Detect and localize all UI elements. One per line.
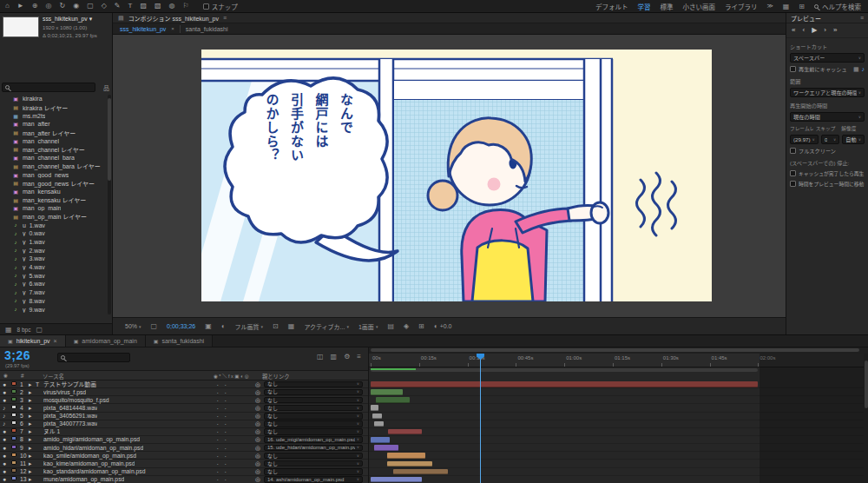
layer-color-chip[interactable] xyxy=(11,381,16,386)
layer-expand-arrow[interactable]: ▸ xyxy=(29,389,31,396)
layer-duration-bar[interactable] xyxy=(393,469,448,475)
shortcut-dropdown[interactable]: スペースバー∨ xyxy=(790,53,865,63)
region-of-interest-icon[interactable]: ⊡ xyxy=(273,322,279,330)
audio-icon[interactable]: ♪ xyxy=(3,413,5,420)
layer-expand-arrow[interactable]: ▸ xyxy=(29,397,31,404)
workspace-overflow-chevron[interactable]: ≫ xyxy=(766,3,773,10)
footage-icon[interactable]: ▦ xyxy=(5,326,12,334)
resolution-dropdown[interactable]: フル画質▾ xyxy=(235,322,264,331)
layer-color-chip[interactable] xyxy=(11,428,16,433)
project-item[interactable]: ▤man_channel レイヤー xyxy=(0,145,108,154)
view-layout-dropdown[interactable]: 1画面▾ xyxy=(358,322,378,331)
parent-dropdown[interactable]: なし∨ xyxy=(264,468,363,475)
puppet-pin-tool[interactable]: ⚐ xyxy=(183,0,189,12)
parent-dropdown[interactable]: なし∨ xyxy=(264,405,363,412)
comp-name[interactable]: sss_hikitekun_pv ▾ xyxy=(43,16,111,23)
pickwhip-icon[interactable]: ◎ xyxy=(255,428,260,435)
pickwhip-icon[interactable]: ◎ xyxy=(255,413,260,420)
snapshot-icon[interactable]: ▣ xyxy=(205,322,212,330)
project-item[interactable]: ▣man_channel xyxy=(0,136,108,145)
layer-row[interactable]: ●13▸mune/amidoman_op_main.psd∙∙◎14. ashi… xyxy=(0,476,368,483)
parent-dropdown[interactable]: なし∨ xyxy=(264,453,363,460)
project-item[interactable]: ▣man_good_news xyxy=(0,170,108,179)
share-icon[interactable]: ⊞ xyxy=(799,3,805,10)
project-item[interactable]: ♪y_5.wav xyxy=(0,271,108,280)
skip-dropdown[interactable]: 0∨ xyxy=(821,135,839,144)
layer-expand-arrow[interactable]: ▸ xyxy=(29,436,31,443)
project-flowchart-icon[interactable]: 品 xyxy=(103,83,109,92)
audio-icon[interactable]: ♪ xyxy=(3,405,5,412)
parent-link-header[interactable]: 親とリンク xyxy=(262,373,289,380)
snap-checkbox[interactable] xyxy=(203,3,209,10)
project-item[interactable]: ▤man_op_main レイヤー xyxy=(0,213,108,222)
next-frame-button[interactable]: › xyxy=(824,26,826,34)
pickwhip-icon[interactable]: ◎ xyxy=(255,460,260,467)
close-icon[interactable]: × xyxy=(171,26,174,31)
parent-dropdown[interactable]: なし∨ xyxy=(264,413,363,420)
layer-expand-arrow[interactable]: ▸ xyxy=(29,428,31,435)
layer-row[interactable]: ♪5▸pixta_34056291.wav∙∙◎なし∨ xyxy=(0,413,368,420)
layer-color-chip[interactable] xyxy=(11,468,16,473)
layer-duration-bar[interactable] xyxy=(387,461,432,467)
include-video-icon[interactable]: ▦ xyxy=(853,66,859,73)
layer-row[interactable]: ●7▸ヌル 1∙∙◎なし∨ xyxy=(0,428,368,436)
project-item[interactable]: ▣man_after xyxy=(0,120,108,129)
layer-duration-bar[interactable] xyxy=(374,421,384,427)
exposure-control[interactable]: ◐+0.0 xyxy=(434,322,452,330)
project-item[interactable]: ▣man_channel_bara xyxy=(0,154,108,162)
layer-color-chip[interactable] xyxy=(11,460,16,465)
composition-panel-title[interactable]: コンポジション sss_hikitekun_pv xyxy=(128,14,219,23)
preview-panel-title[interactable]: プレビュー xyxy=(791,14,821,23)
parent-dropdown[interactable]: 16. ude_migi/amidoman_op_main.psd∨ xyxy=(264,436,363,443)
layer-expand-arrow[interactable]: ▸ xyxy=(29,420,31,427)
draft-3d-icon[interactable]: ▥ xyxy=(331,353,338,361)
parent-dropdown[interactable]: なし∨ xyxy=(264,397,363,404)
pickwhip-icon[interactable]: ◎ xyxy=(255,389,260,396)
eye-icon[interactable]: ● xyxy=(3,428,6,435)
timeline-tab[interactable]: ▣santa_fukidashi xyxy=(146,335,213,347)
project-item[interactable]: ▤kirakira レイヤー xyxy=(0,103,108,112)
orbit-camera-tool[interactable]: ↻ xyxy=(59,0,65,12)
eye-icon[interactable]: ● xyxy=(3,460,6,467)
project-item[interactable]: ♪y_4.wav xyxy=(0,263,108,272)
layer-expand-arrow[interactable]: ▸ xyxy=(29,453,31,460)
eye-icon[interactable]: ● xyxy=(3,476,6,483)
parent-dropdown[interactable]: 14. ashi/amidoman_op_main.psd∨ xyxy=(264,476,363,483)
composition-mini-flowchart-icon[interactable]: ◫ xyxy=(317,353,324,361)
project-item[interactable]: ♪y_2.wav xyxy=(0,246,108,255)
project-item[interactable]: ▣kirakira xyxy=(0,95,108,103)
clone-stamp-tool[interactable]: ▧ xyxy=(155,0,161,12)
eye-icon[interactable]: ● xyxy=(3,436,6,443)
fast-previews-icon[interactable]: ◈ xyxy=(404,322,409,330)
source-name-header[interactable]: ソース名 xyxy=(43,373,64,380)
project-item[interactable]: ♪y_6.wav xyxy=(0,280,108,288)
hand-tool[interactable]: ⊕ xyxy=(32,0,38,12)
project-item[interactable]: ▦ms.m2ts xyxy=(0,111,108,120)
project-item[interactable]: ♪y_7.wav xyxy=(0,288,108,297)
pixel-aspect-icon[interactable]: ▤ xyxy=(387,322,394,330)
viewer-tab-inactive[interactable]: santa_fukidashi xyxy=(186,26,228,32)
layer-color-chip[interactable] xyxy=(11,420,16,425)
resolution-dropdown[interactable]: 自動∨ xyxy=(842,135,865,144)
work-area-bar[interactable] xyxy=(371,368,758,373)
selection-tool[interactable]: ► xyxy=(17,0,24,12)
layer-color-chip[interactable] xyxy=(11,476,16,480)
pickwhip-icon[interactable]: ◎ xyxy=(255,468,260,475)
layer-color-chip[interactable] xyxy=(11,436,16,440)
eye-icon[interactable]: ● xyxy=(3,468,6,475)
layer-expand-arrow[interactable]: ▸ xyxy=(29,445,31,452)
motion-blur-icon[interactable]: ≡ xyxy=(357,353,361,361)
brush-tool[interactable]: ▨ xyxy=(140,0,147,12)
layer-row[interactable]: ●11▸kao_kime/amidoman_op_main.psd∙∙◎なし∨ xyxy=(0,460,368,467)
layer-color-chip[interactable] xyxy=(11,405,16,409)
project-item[interactable]: ♪y_8.wav xyxy=(0,297,108,306)
eye-icon[interactable]: ● xyxy=(3,389,6,396)
layer-duration-bar[interactable] xyxy=(371,477,422,483)
eye-icon[interactable]: ● xyxy=(3,397,6,404)
eye-icon[interactable]: ● xyxy=(3,453,6,460)
timeline-current-time[interactable]: 3;26 xyxy=(4,348,30,362)
previous-frame-button[interactable]: ‹ xyxy=(802,26,805,34)
parent-dropdown[interactable]: なし∨ xyxy=(264,381,363,388)
pickwhip-icon[interactable]: ◎ xyxy=(255,405,260,412)
project-item[interactable]: ♪y_9.wav xyxy=(0,305,108,314)
